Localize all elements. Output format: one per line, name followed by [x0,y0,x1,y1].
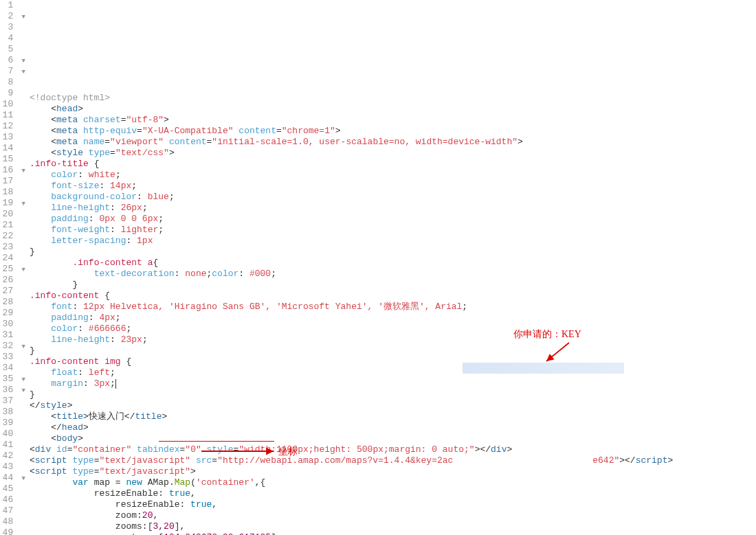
code-area[interactable]: 你申请的：KEY 坐标 <!doctype html> <head> <meta… [30,0,756,535]
line-number[interactable]: 45 [0,483,25,494]
code-line[interactable]: margin: 3px; [30,378,756,389]
code-line[interactable]: padding: 4px; [30,312,756,323]
line-number[interactable]: 27 [0,286,25,297]
line-number[interactable]: 13 [0,132,25,143]
fold-toggle[interactable]: ▼ [19,473,25,484]
code-line[interactable]: </head> [30,422,756,433]
code-line[interactable]: <body> [30,433,756,444]
code-line[interactable]: } [30,389,756,400]
line-number[interactable]: 37 [0,396,25,407]
code-line[interactable]: font: 12px Helvetica, 'Hiragino Sans GB'… [30,301,756,312]
line-number[interactable]: 10 [0,99,25,110]
code-line[interactable]: <meta charset="utf-8"> [30,115,756,126]
code-line[interactable]: var map = new AMap.Map('container',{ [30,477,756,488]
line-number[interactable]: 11 [0,110,25,121]
line-number[interactable]: 49 [0,527,25,535]
code-line[interactable]: float: left; [30,367,756,378]
line-number[interactable]: 42 [0,451,25,462]
code-line[interactable]: <meta name="viewport" content="initial-s… [30,137,756,148]
fold-toggle[interactable]: ▼ [19,56,25,67]
code-line[interactable]: color: white; [30,170,756,181]
line-number[interactable]: 20 [0,209,25,220]
code-line[interactable]: letter-spacing: 1px [30,236,756,247]
fold-toggle[interactable]: ▼ [19,385,25,396]
code-line[interactable]: <script type="text/javascript" src="http… [30,455,756,466]
code-line[interactable]: } [30,345,756,356]
line-number[interactable]: 44 ▼ [0,473,25,483]
line-number[interactable]: 33 [0,352,25,363]
code-line[interactable]: zooms:[3,20], [30,521,756,532]
line-number[interactable]: 47 [0,505,25,516]
fold-toggle[interactable]: ▼ [19,374,25,385]
code-line[interactable]: .info-title { [30,159,756,170]
line-number[interactable]: 31 [0,330,25,341]
line-number[interactable]: 14 [0,143,25,154]
code-line[interactable]: <meta http-equiv="X-UA-Compatible" conte… [30,126,756,137]
code-line[interactable]: } [30,247,756,258]
code-line[interactable]: </style> [30,400,756,411]
fold-toggle[interactable]: ▼ [19,341,25,352]
line-number[interactable]: 17 [0,176,25,187]
line-number[interactable]: 29 [0,308,25,319]
fold-toggle[interactable]: ▼ [19,198,25,209]
code-line[interactable]: .info-content { [30,291,756,301]
line-number[interactable]: 22 [0,231,25,242]
code-line[interactable]: line-height: 26px; [30,203,756,214]
line-number[interactable]: 19 ▼ [0,198,25,209]
code-line[interactable]: .info-content img { [30,356,756,367]
line-number[interactable]: 8 [0,77,25,88]
line-number[interactable]: 46 [0,494,25,505]
line-number[interactable]: 5 [0,44,25,55]
code-line[interactable]: resizeEnable: true, [30,499,756,510]
code-line[interactable]: text-decoration: none;color: #000; [30,269,756,280]
code-line[interactable]: line-height: 23px; [30,334,756,345]
fold-toggle[interactable]: ▼ [19,264,25,275]
line-number[interactable]: 21 [0,220,25,231]
code-line[interactable]: font-weight: lighter; [30,225,756,236]
code-line[interactable]: <!doctype html> [30,93,756,104]
code-line[interactable]: background-color: blue; [30,192,756,203]
code-line[interactable]: } [30,280,756,291]
line-number[interactable]: 1 [0,0,25,11]
line-number[interactable]: 36 ▼ [0,385,25,396]
line-number[interactable]: 30 [0,319,25,330]
code-line[interactable]: <div id="container" tabindex="0" style="… [30,444,756,455]
code-editor[interactable]: 1 2 ▼3 4 5 6 ▼7 ▼8 9 10 11 12 13 14 15 1… [0,0,756,535]
code-line[interactable]: color: #666666; [30,323,756,334]
line-number[interactable]: 15 [0,154,25,165]
code-line[interactable]: <title>快速入门</title> [30,411,756,422]
line-number[interactable]: 25 ▼ [0,264,25,275]
code-line[interactable]: resizeEnable: true, [30,488,756,499]
line-number[interactable]: 4 [0,33,25,44]
line-number[interactable]: 16 ▼ [0,165,25,176]
line-number[interactable]: 34 [0,363,25,374]
line-number[interactable]: 12 [0,121,25,132]
line-number[interactable]: 26 [0,275,25,286]
code-line[interactable]: <style type="text/css"> [30,148,756,159]
code-line[interactable]: padding: 0px 0 0 6px; [30,214,756,225]
line-number[interactable]: 39 [0,418,25,429]
code-line[interactable]: center: [104.040678,30.617125] [30,532,756,535]
code-line[interactable]: .info-content a{ [30,258,756,269]
line-number[interactable]: 24 [0,253,25,264]
line-number[interactable]: 43 [0,462,25,473]
line-number[interactable]: 32 ▼ [0,341,25,352]
line-number[interactable]: 6 ▼ [0,55,25,66]
line-number[interactable]: 35 ▼ [0,374,25,385]
code-line[interactable]: font-size: 14px; [30,181,756,192]
fold-toggle[interactable]: ▼ [19,67,25,78]
line-number[interactable]: 3 [0,22,25,33]
fold-toggle[interactable]: ▼ [19,12,25,23]
line-number[interactable]: 23 [0,242,25,253]
line-number[interactable]: 18 [0,187,25,198]
line-number[interactable]: 48 [0,516,25,527]
line-number-gutter[interactable]: 1 2 ▼3 4 5 6 ▼7 ▼8 9 10 11 12 13 14 15 1… [0,0,30,535]
line-number[interactable]: 2 ▼ [0,11,25,22]
code-line[interactable]: <head> [30,104,756,115]
line-number[interactable]: 40 [0,429,25,440]
line-number[interactable]: 41 [0,440,25,451]
code-line[interactable]: zoom:20, [30,510,756,521]
line-number[interactable]: 28 [0,297,25,308]
code-line[interactable]: <script type="text/javascript"> [30,466,756,477]
fold-toggle[interactable]: ▼ [19,166,25,177]
